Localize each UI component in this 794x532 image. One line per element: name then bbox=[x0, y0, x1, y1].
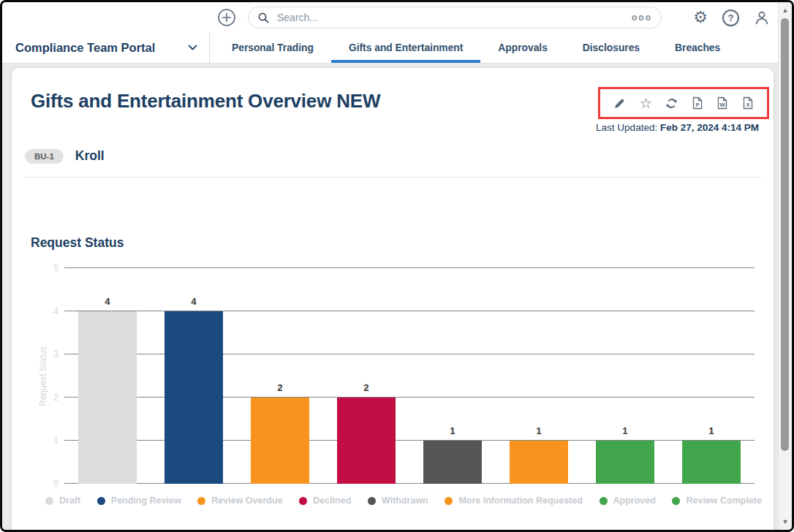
bars-row: 44221111 bbox=[64, 268, 755, 484]
legend-item-review-complete[interactable]: Review Complete bbox=[672, 495, 762, 506]
page-title: Gifts and Entertainment Overview NEW bbox=[31, 90, 380, 113]
legend-item-pending-review[interactable]: Pending Review bbox=[97, 495, 181, 506]
legend-item-declined[interactable]: Declined bbox=[299, 495, 351, 506]
business-unit-badge: BU-1 bbox=[25, 149, 64, 164]
screen: ooo ⚙ ? Compliance Team Portal Personal … bbox=[2, 2, 792, 530]
bar-value-label: 1 bbox=[510, 426, 568, 436]
legend-label: Pending Review bbox=[111, 495, 181, 506]
export-excel-icon[interactable]: X bbox=[742, 96, 754, 110]
bar-cell-withdrawn: 1 bbox=[423, 441, 482, 484]
bar-value-label: 4 bbox=[78, 297, 137, 307]
bar-review-overdue[interactable]: 2 bbox=[251, 398, 309, 484]
bar-declined[interactable]: 2 bbox=[337, 398, 396, 484]
scrollbar-thumb[interactable] bbox=[781, 18, 789, 451]
scroll-down-icon[interactable]: ▼ bbox=[779, 518, 792, 525]
chart-title: Request Status bbox=[31, 235, 124, 251]
search-input[interactable] bbox=[276, 11, 632, 24]
bar-value-label: 1 bbox=[596, 426, 654, 436]
y-tick-label: 5 bbox=[41, 263, 58, 273]
chevron-down-icon bbox=[188, 45, 197, 51]
tab-breaches[interactable]: Breaches bbox=[657, 33, 738, 63]
bar-value-label: 4 bbox=[165, 297, 223, 307]
tab-personal-trading[interactable]: Personal Trading bbox=[214, 33, 331, 63]
tab-disclosures[interactable]: Disclosures bbox=[565, 33, 657, 63]
portal-label: Compliance Team Portal bbox=[15, 41, 155, 55]
export-pdf-icon[interactable]: P bbox=[692, 96, 703, 110]
last-updated-label: Last Updated: bbox=[596, 122, 657, 133]
legend-label: Withdrawn bbox=[382, 495, 428, 506]
legend-dot bbox=[97, 497, 105, 505]
bar-review-complete[interactable]: 1 bbox=[682, 441, 741, 484]
legend-item-review-overdue[interactable]: Review Overdue bbox=[197, 495, 282, 506]
bar-more-information-requested[interactable]: 1 bbox=[510, 441, 568, 484]
portal-dropdown[interactable]: Compliance Team Portal bbox=[2, 33, 210, 63]
legend-label: Declined bbox=[313, 495, 351, 506]
last-updated-value: Feb 27, 2024 4:14 PM bbox=[660, 122, 759, 133]
y-axis-ticks: 012345 bbox=[41, 268, 58, 484]
profile-icon[interactable] bbox=[754, 10, 770, 25]
app-window: ooo ⚙ ? Compliance Team Portal Personal … bbox=[0, 0, 794, 532]
tab-approvals[interactable]: Approvals bbox=[480, 33, 564, 63]
bar-cell-pending-review: 4 bbox=[165, 311, 223, 484]
legend-dot bbox=[672, 497, 680, 505]
legend-label: Draft bbox=[59, 495, 80, 506]
settings-gear-icon[interactable]: ⚙ bbox=[693, 10, 708, 26]
toolbar-highlight-box: ☆ P W bbox=[598, 87, 769, 119]
entity-row: BU-1 Kroll bbox=[25, 148, 105, 164]
legend-label: Approved bbox=[613, 495, 656, 506]
topbar-actions: ⚙ ? bbox=[693, 10, 770, 26]
y-tick-label: 4 bbox=[41, 306, 58, 316]
y-tick-label: 2 bbox=[41, 392, 58, 403]
bar-cell-draft: 4 bbox=[78, 311, 137, 484]
bar-approved[interactable]: 1 bbox=[596, 441, 654, 484]
legend-dot bbox=[45, 497, 53, 505]
svg-text:W: W bbox=[720, 102, 726, 108]
bar-chart: 44221111 bbox=[64, 268, 755, 484]
refresh-icon[interactable] bbox=[665, 97, 678, 110]
bar-pending-review[interactable]: 4 bbox=[165, 311, 223, 484]
help-icon[interactable]: ? bbox=[722, 10, 739, 26]
legend-dot bbox=[197, 497, 205, 505]
svg-text:X: X bbox=[746, 102, 749, 108]
add-icon[interactable] bbox=[217, 8, 236, 27]
tab-list: Personal TradingGifts and EntertainmentA… bbox=[214, 33, 738, 63]
legend-label: More Information Requested bbox=[458, 495, 582, 506]
last-updated: Last Updated: Feb 27, 2024 4:14 PM bbox=[596, 122, 759, 133]
tabbar: Compliance Team Portal Personal TradingG… bbox=[2, 33, 779, 64]
y-tick-label: 0 bbox=[41, 479, 58, 489]
chart-legend: DraftPending ReviewReview OverdueDecline… bbox=[45, 495, 762, 506]
legend-item-approved[interactable]: Approved bbox=[600, 495, 656, 506]
section-divider bbox=[23, 177, 762, 178]
legend-dot bbox=[445, 497, 453, 505]
search-icon bbox=[257, 12, 270, 24]
y-tick-label: 3 bbox=[41, 349, 58, 360]
favorite-star-icon[interactable]: ☆ bbox=[640, 96, 652, 110]
bar-draft[interactable]: 4 bbox=[78, 311, 137, 484]
legend-label: Review Overdue bbox=[211, 495, 282, 506]
topbar: ooo ⚙ ? bbox=[2, 2, 779, 33]
svg-text:P: P bbox=[695, 102, 699, 108]
legend-dot bbox=[368, 497, 376, 505]
search-bar[interactable]: ooo bbox=[248, 7, 662, 28]
bar-cell-review-overdue: 2 bbox=[251, 398, 309, 484]
legend-item-more-information-requested[interactable]: More Information Requested bbox=[445, 495, 582, 506]
content-card: Gifts and Entertainment Overview NEW ☆ bbox=[12, 68, 774, 530]
bar-cell-more-information-requested: 1 bbox=[510, 441, 568, 484]
bar-value-label: 1 bbox=[423, 426, 482, 436]
legend-item-withdrawn[interactable]: Withdrawn bbox=[368, 495, 428, 506]
export-word-icon[interactable]: W bbox=[717, 96, 728, 110]
tab-gifts-and-entertainment[interactable]: Gifts and Entertainment bbox=[331, 33, 480, 63]
page-body: Gifts and Entertainment Overview NEW ☆ bbox=[2, 64, 779, 530]
bar-cell-declined: 2 bbox=[337, 398, 396, 484]
bar-withdrawn[interactable]: 1 bbox=[423, 441, 482, 484]
bar-cell-review-complete: 1 bbox=[682, 441, 741, 484]
legend-dot bbox=[600, 497, 608, 505]
search-options-icon[interactable]: ooo bbox=[632, 14, 652, 21]
y-tick-label: 1 bbox=[41, 436, 58, 446]
legend-item-draft[interactable]: Draft bbox=[45, 495, 80, 506]
scroll-up-icon[interactable]: ▲ bbox=[779, 7, 792, 14]
bar-cell-approved: 1 bbox=[596, 441, 654, 484]
entity-name: Kroll bbox=[75, 148, 105, 164]
edit-pencil-icon[interactable] bbox=[613, 97, 626, 110]
scrollbar: ▲ ▼ bbox=[778, 2, 792, 530]
